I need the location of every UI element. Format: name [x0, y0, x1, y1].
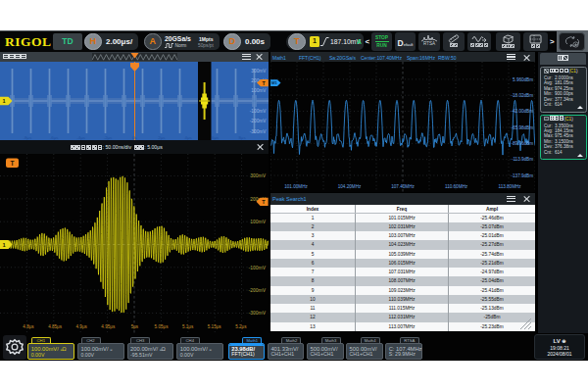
svg-text:-65.98dBm: -65.98dBm — [512, 125, 534, 130]
svg-text:5.2μs: 5.2μs — [235, 324, 247, 329]
svg-text:-2μs: -2μs — [104, 135, 113, 140]
svg-text:-200mV: -200mV — [250, 119, 268, 123]
svg-text:-100mV: -100mV — [250, 109, 268, 114]
svg-text:-300mV: -300mV — [248, 310, 266, 316]
svg-text:100mV: 100mV — [250, 219, 267, 224]
svg-text:110.60MHz: 110.60MHz — [445, 184, 468, 189]
svg-text:-4μs: -4μs — [76, 135, 85, 140]
svg-text:-113.9dBm: -113.9dBm — [512, 157, 533, 162]
svg-text:5.960dBm: 5.960dBm — [513, 77, 533, 82]
svg-text:4μs: 4μs — [185, 135, 193, 140]
svg-text:8μs: 8μs — [238, 135, 246, 140]
svg-text:-8μs: -8μs — [23, 135, 31, 140]
svg-text:4.95μs: 4.95μs — [101, 324, 116, 329]
svg-text:5.05μs: 5.05μs — [155, 324, 170, 329]
svg-text:6μs: 6μs — [212, 135, 220, 140]
svg-text:104.20MHz: 104.20MHz — [338, 184, 362, 189]
svg-text:-137.9dBm: -137.9dBm — [512, 173, 534, 178]
svg-text:1: 1 — [2, 98, 5, 104]
svg-text:4.8μs: 4.8μs — [23, 324, 34, 329]
svg-text:101.00MHz: 101.00MHz — [284, 184, 308, 189]
svg-text:5.15μs: 5.15μs — [208, 324, 222, 329]
svg-text:-200mV: -200mV — [248, 287, 266, 293]
svg-text:4.85μs: 4.85μs — [48, 324, 63, 329]
svg-text:M1: M1 — [271, 80, 277, 85]
svg-text:-100mV: -100mV — [248, 265, 266, 270]
svg-text:5μs: 5μs — [131, 324, 139, 329]
svg-text:T: T — [11, 160, 15, 167]
svg-text:113.80MHz: 113.80MHz — [498, 184, 521, 189]
svg-text:4.9μs: 4.9μs — [76, 324, 88, 329]
svg-text:-89.96dBm: -89.96dBm — [512, 141, 534, 146]
svg-text:107.40MHz: 107.40MHz — [391, 184, 415, 189]
svg-text:100mV: 100mV — [251, 88, 267, 93]
svg-text:-42.00dBm: -42.00dBm — [512, 109, 534, 114]
svg-text:300mV: 300mV — [251, 69, 267, 74]
svg-text:0s: 0s — [132, 135, 137, 140]
svg-text:2μs: 2μs — [158, 135, 166, 140]
svg-text:300mV: 300mV — [250, 172, 267, 178]
svg-text:-18.02dBm: -18.02dBm — [512, 93, 534, 98]
svg-text:-300mV: -300mV — [250, 129, 268, 134]
svg-text:-6μs: -6μs — [50, 135, 59, 140]
svg-text:5.1μs: 5.1μs — [182, 324, 194, 329]
